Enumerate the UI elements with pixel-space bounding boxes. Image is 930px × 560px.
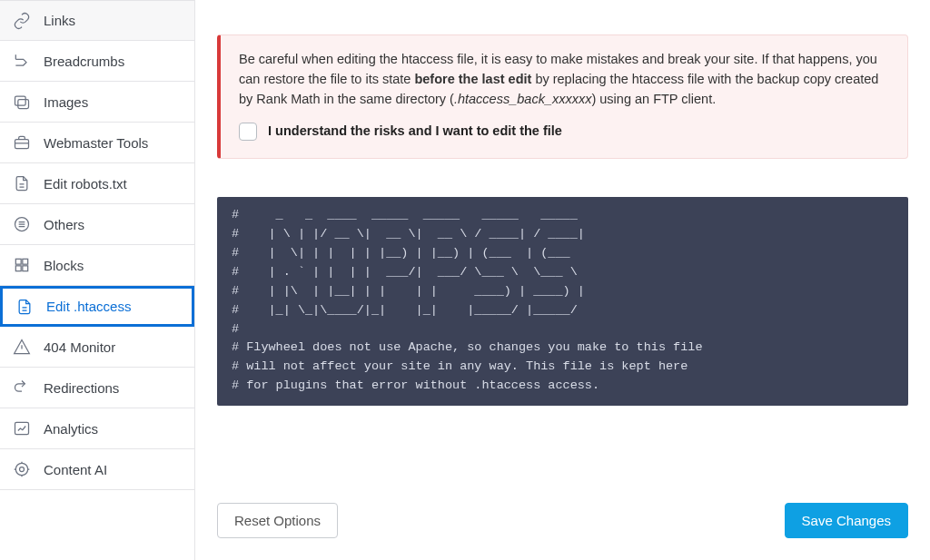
sidebar-item-edit-htaccess[interactable]: Edit .htaccess (0, 286, 194, 327)
reset-options-button[interactable]: Reset Options (217, 503, 338, 538)
sidebar-item-breadcrumbs[interactable]: Breadcrumbs (0, 41, 194, 82)
blocks-icon (13, 256, 31, 274)
file-text-icon (13, 174, 31, 192)
sidebar-item-analytics[interactable]: Analytics (0, 408, 194, 449)
sidebar-item-label: Edit robots.txt (44, 176, 127, 192)
sidebar-item-label: Analytics (44, 421, 98, 437)
list-icon (13, 215, 31, 233)
sidebar-item-blocks[interactable]: Blocks (0, 245, 194, 286)
images-icon (13, 93, 31, 111)
links-icon (13, 12, 31, 30)
warning-text-bold: before the last edit (414, 72, 531, 86)
sidebar-item-label: Blocks (44, 258, 84, 273)
svg-rect-2 (15, 140, 29, 149)
svg-rect-8 (15, 422, 29, 434)
footer-actions: Reset Options Save Changes (217, 481, 908, 538)
file-text-icon (15, 298, 34, 316)
main-content: Be careful when editing the htaccess fil… (195, 0, 930, 560)
sidebar-item-webmaster-tools[interactable]: Webmaster Tools (0, 123, 194, 163)
sidebar-item-images[interactable]: Images (0, 82, 194, 123)
sidebar-item-redirections[interactable]: Redirections (0, 368, 194, 408)
sidebar-item-404-monitor[interactable]: 404 Monitor (0, 327, 194, 368)
settings-sidebar: Links Breadcrumbs Images Webmaster Tools… (0, 0, 195, 560)
svg-rect-7 (23, 266, 28, 271)
redirections-icon (13, 378, 31, 397)
svg-rect-1 (18, 100, 29, 109)
risk-acknowledge-label: I understand the risks and I want to edi… (268, 122, 562, 142)
sidebar-item-label: Redirections (44, 380, 119, 396)
warning-text-italic: .htaccess_back_xxxxxx (454, 92, 592, 106)
risk-acknowledge-checkbox[interactable] (239, 123, 257, 141)
sidebar-item-edit-robots[interactable]: Edit robots.txt (0, 163, 194, 204)
warning-alert: Be careful when editing the htaccess fil… (217, 34, 908, 159)
save-changes-button[interactable]: Save Changes (785, 503, 908, 538)
ai-icon (13, 460, 31, 478)
toolbox-icon (13, 133, 31, 152)
svg-rect-6 (15, 266, 21, 271)
warning-text-part: ) using an FTP client. (591, 92, 716, 106)
svg-rect-4 (15, 259, 21, 264)
sidebar-item-content-ai[interactable]: Content AI (0, 449, 194, 490)
sidebar-item-label: Content AI (44, 462, 107, 477)
svg-rect-0 (15, 96, 26, 105)
sidebar-item-links[interactable]: Links (0, 0, 194, 41)
sidebar-item-label: Images (44, 94, 88, 110)
sidebar-item-label: Others (44, 217, 84, 232)
warning-icon (13, 338, 31, 356)
analytics-icon (13, 419, 31, 437)
sidebar-item-label: Breadcrumbs (44, 54, 124, 69)
sidebar-item-others[interactable]: Others (0, 204, 194, 245)
svg-point-10 (15, 463, 27, 475)
breadcrumbs-icon (13, 52, 31, 70)
svg-point-9 (20, 467, 25, 472)
sidebar-item-label: Edit .htaccess (46, 299, 131, 314)
sidebar-item-label: 404 Monitor (44, 339, 115, 355)
svg-rect-5 (23, 259, 28, 264)
sidebar-item-label: Links (44, 13, 75, 28)
htaccess-editor[interactable]: # _ _ ____ _____ _____ _____ _____ # | \… (217, 197, 908, 406)
warning-text: Be careful when editing the htaccess fil… (239, 50, 889, 109)
risk-acknowledge-row: I understand the risks and I want to edi… (239, 122, 889, 142)
sidebar-item-label: Webmaster Tools (44, 135, 148, 151)
